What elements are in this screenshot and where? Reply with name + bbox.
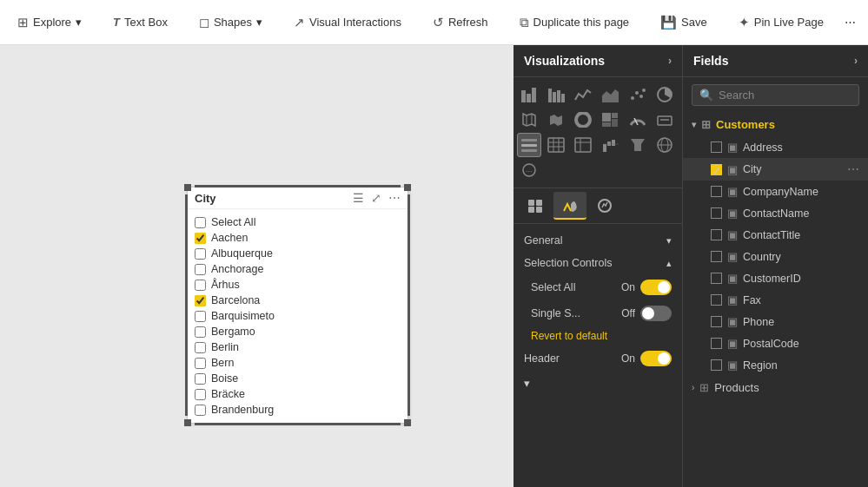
field-type-icon: ▣ — [727, 163, 738, 176]
field-item[interactable]: ▣CustomerID — [683, 267, 868, 289]
pin-live-button[interactable]: ✦ Pin Live Page — [730, 10, 832, 36]
field-item[interactable]: ▣Address — [683, 136, 868, 158]
slicer-checkbox[interactable] — [195, 311, 206, 322]
more-section[interactable]: ▾ — [514, 372, 682, 395]
field-item[interactable]: ▣ContactName — [683, 202, 868, 224]
svg-rect-25 — [521, 144, 537, 147]
refresh-label: Refresh — [448, 16, 488, 29]
slicer-checkbox[interactable] — [195, 326, 206, 338]
viz-globe[interactable] — [653, 133, 677, 157]
viz-waterfall[interactable] — [598, 133, 622, 157]
canvas[interactable]: City ☰ ⤢ ⋯ Select AllAachenAlbuquerqueAn… — [0, 45, 514, 487]
refresh-button[interactable]: ↺ Refresh — [424, 10, 497, 36]
field-item[interactable]: ▣Phone — [683, 311, 868, 332]
viz-line-chart[interactable] — [571, 82, 595, 107]
products-group[interactable]: › ⊞ Products — [683, 376, 868, 399]
slicer-item: Barquisimeto — [195, 308, 401, 324]
slicer-expand-icon[interactable]: ⤢ — [371, 191, 381, 205]
viz-donut[interactable] — [571, 108, 595, 132]
field-item[interactable]: ▣Fax — [683, 289, 868, 311]
svg-rect-2 — [532, 88, 536, 102]
save-icon: 💾 — [660, 15, 677, 30]
field-item[interactable]: ▣PostalCode — [683, 332, 868, 354]
select-all-toggle[interactable] — [640, 280, 672, 295]
more-button[interactable]: ⋯ — [836, 10, 865, 34]
header-section[interactable]: Header On — [514, 346, 682, 372]
fields-panel-chevron[interactable]: › — [854, 55, 858, 67]
viz-matrix[interactable] — [571, 133, 595, 157]
customers-group-header[interactable]: ▾ ⊞ Customers — [683, 113, 868, 136]
slicer-checkbox[interactable] — [195, 217, 206, 228]
revert-link[interactable]: Revert to default — [514, 326, 682, 346]
search-input[interactable] — [719, 89, 851, 102]
viz-custom[interactable]: ··· — [517, 158, 541, 182]
resize-handle-top[interactable] — [195, 185, 401, 188]
svg-rect-48 — [536, 207, 542, 213]
customers-expand-arrow: ▾ — [692, 120, 696, 129]
slicer-checkbox[interactable] — [195, 248, 206, 260]
header-toggle[interactable] — [640, 351, 672, 366]
viz-slicer[interactable] — [517, 133, 541, 157]
resize-handle-tr[interactable] — [404, 184, 411, 191]
toolbar: ⊞ Explore ▾ T Text Box ◻ Shapes ▾ ↗ Visu… — [0, 0, 868, 45]
viz-stacked-bar[interactable] — [517, 82, 541, 107]
resize-handle-tl[interactable] — [184, 184, 191, 191]
resize-handle-right[interactable] — [407, 194, 410, 416]
svg-rect-47 — [528, 207, 534, 213]
slicer-checkbox[interactable] — [195, 233, 206, 244]
textbox-button[interactable]: T Text Box — [104, 10, 176, 34]
field-item[interactable]: ▣ContactTitle — [683, 224, 868, 246]
slicer-more-icon[interactable]: ⋯ — [388, 191, 401, 205]
resize-handle-bl[interactable] — [184, 419, 191, 426]
viz-area-chart[interactable] — [598, 82, 622, 107]
viz-scatter[interactable] — [626, 82, 650, 107]
viz-clustered-bar[interactable] — [544, 82, 568, 107]
general-section[interactable]: General ▾ — [514, 229, 682, 252]
single-select-toggle[interactable] — [640, 306, 672, 321]
duplicate-label: Duplicate this page — [533, 16, 630, 29]
viz-filled-map[interactable] — [544, 108, 568, 132]
slicer-checkbox[interactable] — [195, 295, 206, 306]
svg-rect-36 — [607, 141, 611, 146]
viz-pie[interactable] — [653, 82, 677, 107]
selection-controls-section[interactable]: Selection Controls ▴ — [514, 252, 682, 274]
resize-handle-br[interactable] — [404, 419, 411, 426]
resize-handle-left[interactable] — [185, 194, 188, 416]
viz-card[interactable] — [653, 108, 677, 132]
slicer-checkbox[interactable] — [195, 342, 206, 353]
analytics-tab[interactable] — [588, 192, 621, 220]
slicer-checkbox[interactable] — [195, 405, 206, 416]
search-box: 🔍 — [692, 84, 859, 106]
viz-funnel[interactable] — [626, 133, 650, 157]
duplicate-button[interactable]: ⧉ Duplicate this page — [511, 10, 639, 36]
slicer-checkbox[interactable] — [195, 373, 206, 385]
visual-interactions-button[interactable]: ↗ Visual Interactions — [285, 10, 410, 36]
save-button[interactable]: 💾 Save — [652, 10, 716, 36]
fields-tree: ▾ ⊞ Customers ▣Address✓▣City⋯▣CompanyNam… — [683, 113, 868, 487]
field-item[interactable]: ▣Country — [683, 246, 868, 267]
slicer-checkbox[interactable] — [195, 389, 206, 400]
viz-panel-chevron[interactable]: › — [668, 55, 672, 67]
field-item[interactable]: ▣CompanyName — [683, 181, 868, 202]
resize-handle-bottom[interactable] — [195, 423, 401, 425]
field-item[interactable]: ▣Region — [683, 354, 868, 376]
field-item[interactable]: ✓▣City⋯ — [683, 158, 868, 181]
field-more-icon[interactable]: ⋯ — [847, 162, 859, 176]
single-select-row: Single S... Off — [514, 300, 682, 326]
slicer-checkbox[interactable] — [195, 280, 206, 291]
explore-button[interactable]: ⊞ Explore ▾ — [9, 10, 90, 36]
shapes-button[interactable]: ◻ Shapes ▾ — [190, 10, 271, 36]
viz-gauge[interactable] — [626, 108, 650, 132]
slicer-checkbox[interactable] — [195, 264, 206, 275]
slicer-menu-icon[interactable]: ☰ — [353, 191, 364, 205]
viz-map[interactable] — [517, 108, 541, 132]
viz-table[interactable] — [544, 133, 568, 157]
field-label: City — [743, 163, 762, 175]
slicer-checkbox[interactable] — [195, 358, 206, 369]
header-label: Header — [524, 352, 560, 365]
format-tab[interactable] — [553, 192, 586, 220]
viz-treemap[interactable] — [598, 108, 622, 132]
field-type-icon: ▣ — [727, 359, 738, 372]
fields-tab[interactable] — [519, 192, 552, 220]
field-checkbox — [711, 316, 722, 327]
